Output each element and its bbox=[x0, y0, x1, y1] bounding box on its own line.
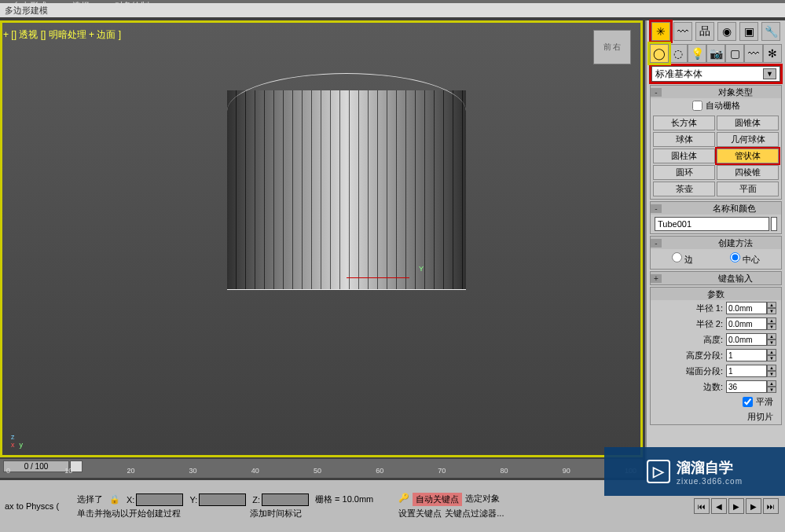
autokey-button[interactable]: 自动关键点 bbox=[413, 493, 462, 506]
heightseg-spinner[interactable] bbox=[726, 349, 767, 361]
heightseg-label: 高度分段: bbox=[655, 350, 723, 361]
next-frame-icon[interactable]: ▶ bbox=[746, 498, 761, 514]
height-label: 高度: bbox=[655, 334, 723, 346]
setkey-button[interactable]: 设置关键点 bbox=[398, 508, 442, 519]
z-coord[interactable] bbox=[262, 493, 309, 506]
cameras-icon[interactable]: 📷 bbox=[706, 44, 725, 63]
watermark: ▷ 溜溜自学 zixue.3d66.com bbox=[604, 447, 785, 496]
keyfilter-button[interactable]: 关键点过滤器... bbox=[445, 508, 504, 519]
add-time-tag[interactable]: 添加时间标记 bbox=[250, 508, 302, 519]
spacewarps-icon[interactable]: 〰 bbox=[744, 44, 763, 63]
objtype-tube[interactable]: 管状体 bbox=[717, 149, 779, 163]
smooth-checkbox[interactable] bbox=[743, 397, 753, 407]
rollout-toggle[interactable]: - bbox=[651, 204, 662, 213]
time-controls: ⏮ ◀ ▶ ▶ ⏭ bbox=[694, 498, 780, 514]
slice-label: 用切片 bbox=[747, 411, 773, 423]
objtype-pyramid[interactable]: 四棱锥 bbox=[717, 165, 779, 180]
edge-radio[interactable]: 边 bbox=[672, 252, 693, 266]
radius2-spinner[interactable] bbox=[726, 317, 767, 330]
rollout-title: 对象类型 bbox=[718, 86, 753, 98]
autogrid-label: 自动栅格 bbox=[706, 100, 740, 112]
object-name-field[interactable] bbox=[655, 217, 769, 231]
chevron-down-icon: ▼ bbox=[763, 68, 776, 79]
viewcube[interactable]: 前 右 bbox=[593, 30, 631, 64]
autogrid-checkbox[interactable] bbox=[692, 101, 702, 111]
geometry-category-dropdown[interactable]: 标准基本体 ▼ bbox=[651, 66, 780, 82]
objtype-cylinder[interactable]: 圆柱体 bbox=[653, 149, 715, 163]
rollout-title: 参数 bbox=[707, 288, 724, 300]
keymode-dropdown[interactable]: 选定对象 bbox=[465, 493, 500, 506]
motion-tab-icon[interactable]: ◉ bbox=[717, 22, 736, 41]
goto-end-icon[interactable]: ⏭ bbox=[763, 498, 779, 514]
tube-mesh bbox=[227, 73, 466, 290]
viewport-label[interactable]: + [] 透视 [] 明暗处理 + 边面 ] bbox=[3, 28, 121, 42]
rollout-toggle[interactable]: + bbox=[651, 274, 662, 283]
object-color-swatch[interactable] bbox=[771, 217, 777, 231]
transform-gizmo[interactable]: Y bbox=[347, 270, 419, 287]
center-radio[interactable]: 中心 bbox=[730, 252, 760, 266]
goto-start-icon[interactable]: ⏮ bbox=[694, 498, 710, 514]
rollout-toggle[interactable]: - bbox=[651, 88, 662, 97]
capseg-spinner[interactable] bbox=[726, 365, 767, 377]
systems-icon[interactable]: ✻ bbox=[763, 44, 782, 63]
viewport-perspective[interactable]: Y bbox=[0, 20, 643, 457]
x-coord[interactable] bbox=[136, 493, 183, 506]
maxscript-listener[interactable]: ax to Physcs ( bbox=[5, 501, 68, 511]
modify-tab-icon[interactable]: 〰 bbox=[673, 22, 692, 41]
objtype-plane[interactable]: 平面 bbox=[717, 182, 779, 196]
height-spinner[interactable] bbox=[726, 333, 767, 346]
rollout-toggle[interactable]: - bbox=[651, 239, 662, 248]
rollout-title: 名称和颜色 bbox=[713, 203, 756, 215]
menu-item[interactable]: 对象绘制 bbox=[102, 0, 162, 3]
radius1-spinner[interactable] bbox=[726, 302, 767, 314]
object-type-grid: 长方体 圆锥体 球体 几何球体 圆柱体 管状体 圆环 四棱锥 茶壶 平面 bbox=[651, 113, 781, 199]
play-icon[interactable]: ▶ bbox=[728, 498, 744, 514]
create-tab-icon[interactable]: ✳ bbox=[651, 22, 670, 41]
objtype-geosphere[interactable]: 几何球体 bbox=[717, 132, 779, 147]
objtype-torus[interactable]: 圆环 bbox=[653, 165, 715, 180]
lights-icon[interactable]: 💡 bbox=[688, 44, 706, 63]
y-coord[interactable] bbox=[199, 493, 246, 506]
display-tab-icon[interactable]: ▣ bbox=[739, 22, 758, 41]
objtype-teapot[interactable]: 茶壶 bbox=[653, 182, 715, 196]
hierarchy-tab-icon[interactable]: 品 bbox=[695, 22, 714, 41]
menu-item[interactable]: 自由形式 bbox=[0, 0, 60, 3]
sides-label: 边数: bbox=[655, 381, 723, 393]
geometry-icon[interactable]: ◯ bbox=[650, 44, 669, 63]
sides-spinner[interactable] bbox=[726, 380, 767, 393]
axis-tripod: z xy bbox=[11, 433, 23, 449]
grid-readout: 栅格 = 10.0mm bbox=[315, 493, 373, 505]
time-ruler: 01020 304050 607080 90100 bbox=[0, 467, 643, 478]
utilities-tab-icon[interactable]: 🔧 bbox=[761, 22, 780, 41]
prompt-line: 单击并拖动以开始创建过程 bbox=[77, 508, 181, 519]
radius1-label: 半径 1: bbox=[655, 303, 723, 314]
smooth-label: 平滑 bbox=[756, 396, 773, 408]
helpers-icon[interactable]: ▢ bbox=[725, 44, 744, 63]
rollout-title: 键盘输入 bbox=[718, 273, 753, 284]
objtype-cone[interactable]: 圆锥体 bbox=[717, 116, 779, 130]
objtype-box[interactable]: 长方体 bbox=[653, 116, 715, 130]
objtype-sphere[interactable]: 球体 bbox=[653, 132, 715, 147]
prev-frame-icon[interactable]: ◀ bbox=[711, 498, 727, 514]
time-slider[interactable]: 0 / 100 01020 304050 607080 90100 bbox=[0, 459, 643, 478]
selection-count: 选择了 bbox=[77, 493, 103, 505]
menu-item[interactable]: 选择 bbox=[60, 0, 102, 3]
play-logo-icon: ▷ bbox=[647, 460, 670, 483]
shapes-icon[interactable]: ◌ bbox=[669, 44, 688, 63]
rollout-title: 创建方法 bbox=[718, 237, 753, 249]
capseg-label: 端面分段: bbox=[655, 365, 723, 377]
radius2-label: 半径 2: bbox=[655, 318, 723, 330]
